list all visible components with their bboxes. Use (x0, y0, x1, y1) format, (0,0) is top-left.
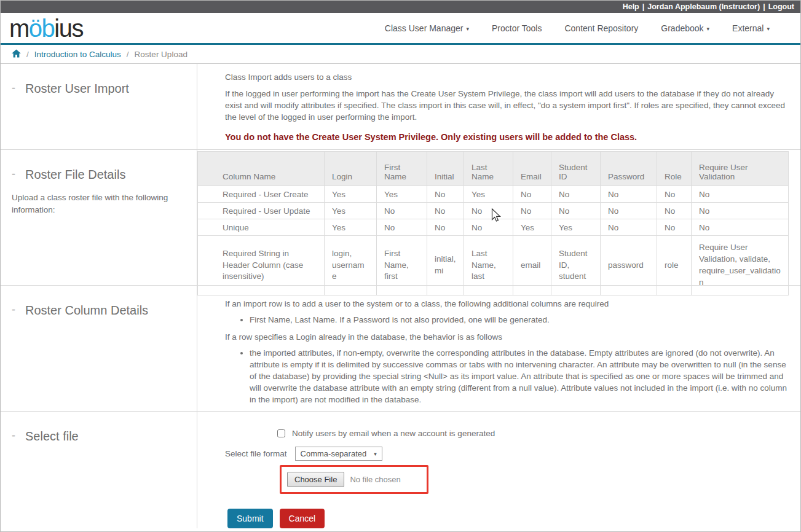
logo-text-accent: öb (29, 15, 55, 42)
collapse-toggle-icon[interactable]: - (12, 81, 15, 95)
column-header: Password (601, 152, 657, 186)
privilege-warning-text: You do not have the Create User System P… (225, 132, 787, 142)
section-left-column: - Select file (1, 412, 197, 528)
nav-proctor-tools[interactable]: Proctor Tools (492, 23, 542, 33)
file-format-select[interactable]: Comma-separated ▾ (295, 447, 382, 461)
table-cell: No (657, 186, 692, 203)
table-cell: No (692, 203, 789, 219)
nav-content-repository[interactable]: Content Repository (564, 23, 638, 33)
table-cell: Yes (551, 219, 601, 236)
collapse-toggle-icon[interactable]: - (12, 429, 15, 442)
table-row: Required - User Update Yes No No No No N… (198, 203, 789, 219)
table-cell: Required - User Update (198, 203, 325, 219)
section-body: Notify users by email when a new account… (197, 412, 800, 528)
table-cell: No (601, 186, 657, 203)
collapse-toggle-icon[interactable]: - (12, 303, 15, 316)
table-cell: No (377, 203, 427, 219)
table-row: Unique Yes No No No Yes Yes No No No (198, 219, 789, 236)
table-header-row: Column Name Login First Name Initial Las… (198, 152, 789, 186)
section-roster-file-details: - Roster File Details Upload a class ros… (1, 150, 800, 286)
table-cell: Yes (325, 219, 377, 236)
breadcrumb-current-page: Roster Upload (135, 50, 187, 59)
page-content: - Roster User Import Class Import adds u… (1, 64, 800, 528)
nav-label: Content Repository (564, 23, 638, 33)
home-icon[interactable] (12, 49, 21, 58)
table-cell: No (657, 203, 692, 219)
topbar-separator: | (763, 2, 765, 11)
section-roster-column-details: - Roster Column Details If an import row… (1, 286, 800, 412)
upload-instructions-text: Upload a class roster file with the foll… (12, 192, 191, 216)
nav-label: Proctor Tools (492, 23, 542, 33)
section-title: Roster User Import (25, 81, 129, 96)
table-cell: No (377, 219, 427, 236)
chevron-down-icon: ▾ (707, 26, 710, 32)
section-body: Class Import adds users to a class If th… (197, 64, 800, 149)
logout-link[interactable]: Logout (768, 2, 794, 11)
table-cell: No (692, 219, 789, 236)
section-roster-user-import: - Roster User Import Class Import adds u… (1, 64, 800, 150)
column-header: Initial (427, 152, 464, 186)
table-cell: Required - User Create (198, 186, 325, 203)
topbar-separator: | (642, 2, 645, 11)
column-header: Role (657, 152, 692, 186)
section-select-file: - Select file Notify users by email when… (1, 412, 800, 528)
nav-label: Class User Manager (385, 23, 464, 33)
column-header: Last Name (464, 152, 513, 186)
nav-external[interactable]: External▾ (732, 23, 770, 33)
section-body: If an import row is to add a user to the… (197, 286, 800, 411)
column-header: First Name (377, 152, 427, 186)
logo-text: m (9, 15, 29, 42)
chevron-down-icon: ▾ (466, 26, 469, 32)
nav-gradebook[interactable]: Gradebook▾ (661, 23, 709, 33)
section-title: Roster Column Details (25, 303, 148, 318)
table-cell: Unique (198, 219, 325, 236)
section-left-column: - Roster Column Details (1, 286, 197, 411)
breadcrumb-separator: / (127, 50, 129, 59)
column-header: Require User Validation (692, 152, 789, 186)
table-cell: Yes (325, 203, 377, 219)
user-account-link[interactable]: Jordan Applebaum (Instructor) (647, 2, 760, 11)
column-details-bullet2: the imported attributes, if non-empty, o… (250, 347, 787, 406)
file-format-label: Select file format (225, 449, 287, 458)
breadcrumb: / Introduction to Calculus / Roster Uplo… (1, 45, 800, 64)
table-cell: No (601, 203, 657, 219)
table-cell: No (464, 203, 513, 219)
table-cell: No (427, 219, 464, 236)
mobius-logo[interactable]: möbius (9, 16, 83, 41)
chevron-down-icon: ▾ (374, 451, 377, 457)
collapse-toggle-icon[interactable]: - (12, 167, 15, 181)
table-cell: No (427, 203, 464, 219)
notify-users-label: Notify users by email when a new account… (292, 429, 495, 438)
table-cell: No (657, 219, 692, 236)
column-details-line2: If a row specifies a Login already in th… (225, 331, 787, 343)
table-cell: No (427, 186, 464, 203)
table-cell: Yes (464, 186, 513, 203)
section-title: Select file (25, 429, 79, 444)
nav-class-user-manager[interactable]: Class User Manager▾ (385, 23, 469, 33)
submit-button[interactable]: Submit (227, 509, 273, 528)
file-format-selected-value: Comma-separated (301, 449, 367, 458)
table-row: Required - User Create Yes Yes No Yes No… (198, 186, 789, 203)
table-cell: Yes (513, 219, 551, 236)
column-details-bullet1: First Name, Last Name. If a Password is … (250, 314, 787, 326)
main-nav: Class User Manager▾ Proctor Tools Conten… (385, 23, 770, 33)
choose-file-button[interactable]: Choose File (287, 472, 344, 487)
main-header: möbius Class User Manager▾ Proctor Tools… (1, 13, 800, 45)
notify-users-checkbox[interactable] (277, 429, 285, 437)
no-file-chosen-text: No file chosen (350, 475, 400, 484)
logo-text: ius (54, 15, 83, 42)
import-description-line1: Class Import adds users to a class (225, 71, 787, 83)
table-cell: No (513, 203, 551, 219)
breadcrumb-separator: / (26, 50, 29, 59)
import-description-line2: If the logged in user performing the imp… (225, 88, 787, 123)
section-left-column: - Roster User Import (1, 64, 197, 149)
table-cell: No (513, 186, 551, 203)
chevron-down-icon: ▾ (767, 26, 770, 32)
table-cell: No (551, 203, 601, 219)
breadcrumb-course-link[interactable]: Introduction to Calculus (34, 50, 121, 59)
section-title: Roster File Details (25, 167, 125, 182)
table-cell: No (464, 219, 513, 236)
cancel-button[interactable]: Cancel (280, 509, 325, 528)
help-link[interactable]: Help (623, 2, 639, 11)
nav-label: Gradebook (661, 23, 703, 33)
